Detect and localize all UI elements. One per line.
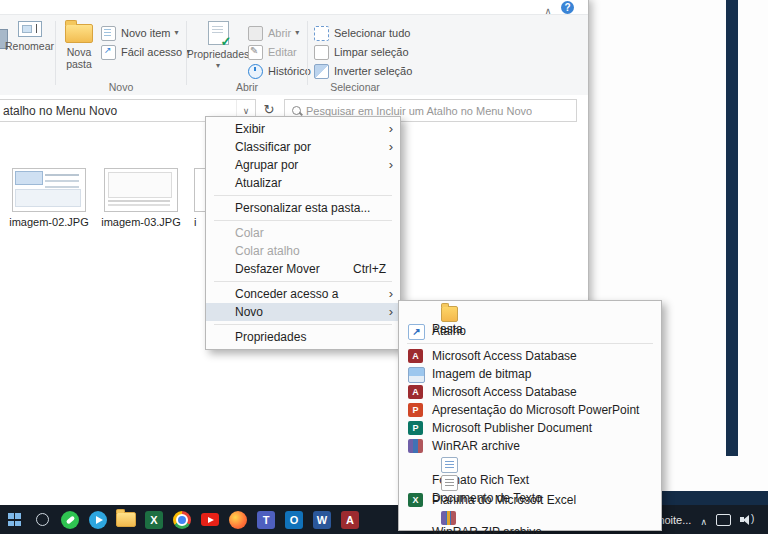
menu-item-agrupar-por[interactable]: Agrupar por <box>206 156 400 174</box>
excel-icon: X <box>145 511 163 529</box>
submenu-item-excel[interactable]: Planilha do Microsoft Excel <box>399 491 661 509</box>
taskbar-whatsapp-button[interactable] <box>57 507 83 533</box>
submenu-item-label: Imagem de bitmap <box>432 367 531 381</box>
taskbar-file-explorer-button[interactable] <box>113 507 139 533</box>
taskbar-chrome-button[interactable] <box>169 507 195 533</box>
file-name: imagem-02.JPG <box>6 216 92 229</box>
windows-logo-icon <box>8 513 21 526</box>
file-item[interactable]: imagem-03.JPG <box>98 168 184 229</box>
menu-item-conceder-acesso[interactable]: Conceder acesso a <box>206 285 400 303</box>
invert-selection-icon <box>314 64 329 79</box>
submenu-item-rich-text[interactable]: Formato Rich Text <box>399 455 661 473</box>
history-button[interactable]: Histórico <box>248 63 311 79</box>
menu-item-label: Personalizar esta pasta... <box>235 201 370 215</box>
clear-selection-button[interactable]: Limpar seleção <box>314 44 412 60</box>
select-all-button[interactable]: Selecionar tudo <box>314 25 412 41</box>
invert-selection-label: Inverter seleção <box>334 65 412 77</box>
shortcut-icon <box>408 324 425 340</box>
submenu-arrow-icon <box>389 120 393 138</box>
menu-item-label: Exibir <box>235 122 265 136</box>
submenu-item-publisher[interactable]: Microsoft Publisher Document <box>399 419 661 437</box>
submenu-item-label: Microsoft Access Database <box>432 385 577 399</box>
menu-item-colar-atalho[interactable]: Colar atalho <box>206 242 400 260</box>
submenu-item-label: Apresentação do Microsoft PowerPoint <box>432 403 639 417</box>
taskbar-telegram-button[interactable] <box>85 507 111 533</box>
powerpoint-icon <box>408 403 423 417</box>
new-item-label: Novo item <box>121 27 171 39</box>
file-item[interactable]: imagem-02.JPG <box>6 168 92 229</box>
bitmap-icon <box>408 367 425 383</box>
history-icon <box>248 64 263 79</box>
rename-button[interactable]: Renomear <box>5 17 54 91</box>
submenu-item-text-document[interactable]: Documento de Texto <box>399 473 661 491</box>
submenu-item-pasta[interactable]: Pasta <box>399 304 661 322</box>
new-folder-label: Nova pasta <box>58 46 100 70</box>
file-name: imagem-03.JPG <box>98 216 184 229</box>
firefox-icon <box>229 511 247 529</box>
taskbar-word-button[interactable]: W <box>309 507 335 533</box>
menu-item-novo[interactable]: Novo <box>206 303 400 321</box>
menu-item-classificar-por[interactable]: Classificar por <box>206 138 400 156</box>
submenu-item-winrar-archive[interactable]: WinRAR archive <box>399 437 661 455</box>
taskbar-excel-button[interactable]: X <box>141 507 167 533</box>
menu-item-label: Colar <box>235 226 264 240</box>
submenu-item-access-database-1[interactable]: Microsoft Access Database <box>399 347 661 365</box>
menu-item-personalizar-pasta[interactable]: Personalizar esta pasta... <box>206 199 400 217</box>
edit-button[interactable]: Editar <box>248 44 311 60</box>
submenu-item-label: WinRAR archive <box>432 439 520 453</box>
address-path-text: atalho no Menu Novo <box>0 104 236 118</box>
new-folder-button[interactable]: Nova pasta <box>58 17 100 91</box>
start-button[interactable] <box>1 507 27 533</box>
submenu-item-access-database-2[interactable]: Microsoft Access Database <box>399 383 661 401</box>
file-thumbnail <box>12 168 86 212</box>
taskbar-search-button[interactable] <box>29 507 55 533</box>
rename-icon <box>18 21 42 37</box>
invert-selection-button[interactable]: Inverter seleção <box>314 63 412 79</box>
excel-icon <box>408 493 423 507</box>
menu-item-shortcut: Ctrl+Z <box>353 260 386 278</box>
hidden-icons-chevron-icon[interactable] <box>700 511 707 529</box>
open-label: Abrir <box>268 27 291 39</box>
ribbon-collapse-icon[interactable] <box>540 0 556 13</box>
submenu-item-winrar-zip[interactable]: WinRAR ZIP archive <box>399 509 661 527</box>
menu-separator <box>214 220 392 221</box>
news-widget-text[interactable]: noite... <box>658 514 691 526</box>
menu-separator <box>214 324 392 325</box>
menu-item-label: Classificar por <box>235 140 311 154</box>
folder-icon <box>441 306 458 322</box>
word-icon: W <box>313 511 331 529</box>
menu-item-propriedades[interactable]: Propriedades <box>206 328 400 346</box>
menu-item-exibir[interactable]: Exibir <box>206 120 400 138</box>
help-icon[interactable] <box>561 1 574 14</box>
submenu-item-atalho[interactable]: Atalho <box>399 322 661 340</box>
menu-separator <box>407 343 653 344</box>
open-button[interactable]: Abrir <box>248 25 311 41</box>
zip-icon <box>441 511 456 525</box>
taskbar-youtube-button[interactable] <box>197 507 223 533</box>
taskbar-teams-button[interactable]: T <box>253 507 279 533</box>
properties-label: Propriedades <box>187 48 249 60</box>
taskbar-firefox-button[interactable] <box>225 507 251 533</box>
menu-separator <box>214 281 392 282</box>
chrome-icon <box>173 511 191 529</box>
menu-item-atualizar[interactable]: Atualizar <box>206 174 400 192</box>
menu-item-colar[interactable]: Colar <box>206 224 400 242</box>
submenu-arrow-icon <box>389 138 393 156</box>
ribbon-group-separator <box>55 21 56 85</box>
screen: Renomear Nova pasta Novo item Fácil aces… <box>0 0 768 534</box>
open-group-small-buttons: Abrir Editar Histórico <box>248 25 311 79</box>
taskbar-outlook-button[interactable]: O <box>281 507 307 533</box>
display-icon[interactable] <box>716 514 731 526</box>
menu-item-label: Propriedades <box>235 330 306 344</box>
taskbar-access-button[interactable]: A <box>337 507 363 533</box>
submenu-item-label: Microsoft Access Database <box>432 349 577 363</box>
volume-icon[interactable] <box>740 514 758 526</box>
menu-item-desfazer-mover[interactable]: Desfazer Mover Ctrl+Z <box>206 260 400 278</box>
easy-access-icon <box>101 45 116 60</box>
easy-access-button[interactable]: Fácil acesso <box>101 44 190 60</box>
submenu-item-powerpoint[interactable]: Apresentação do Microsoft PowerPoint <box>399 401 661 419</box>
clear-selection-icon <box>314 45 329 60</box>
submenu-item-bitmap[interactable]: Imagem de bitmap <box>399 365 661 383</box>
new-item-button[interactable]: Novo item <box>101 25 190 41</box>
access-icon <box>408 385 423 399</box>
